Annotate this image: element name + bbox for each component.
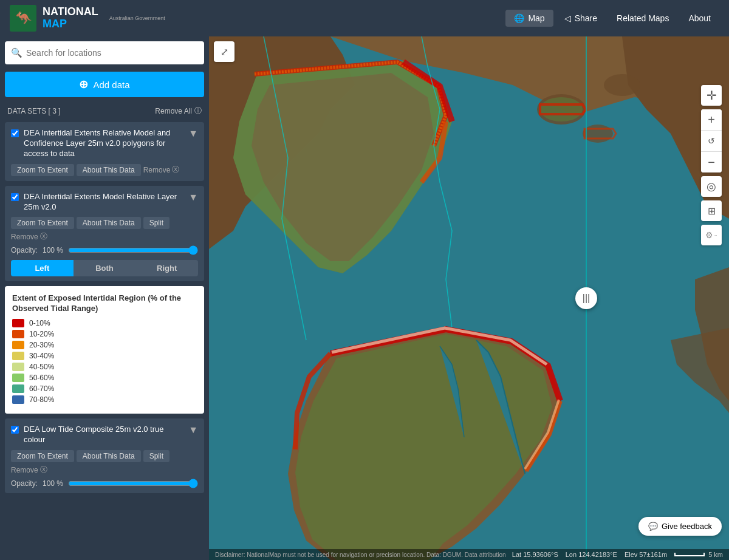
zoom-extent-btn-3[interactable]: Zoom To Extent [11,450,74,462]
split-handle[interactable]: ||| [575,287,597,309]
refresh-button[interactable]: ↺ [701,131,722,151]
dataset-title-3: DEA Low Tide Composite 25m v2.0 true col… [24,425,183,445]
layers-button[interactable]: ⊞ [701,200,722,221]
compass-button[interactable]: ✛ [701,85,722,106]
dataset-checkbox-2[interactable] [11,193,19,201]
map-area[interactable]: ⤢ ||| ✛ + ↺ − ◎ ⊞ ⚙︎··· 💬 Give feedba [209,36,729,560]
opacity-label-3: Opacity: [11,479,38,488]
legend-label-0: 0-10% [29,319,50,327]
disclaimer-text: Disclaimer: NationalMap must not be used… [215,551,506,558]
dataset-checkbox-1[interactable] [11,129,19,137]
related-maps-nav-button[interactable]: Related Maps [608,10,677,27]
search-icon: 🔍 [11,47,22,58]
opacity-row-2: Opacity: 100 % [11,245,198,255]
remove-btn-1[interactable]: Remove ⓧ [143,164,180,176]
app-header: 🦘 NATIONAL MAP Australian Government 🌐 M… [0,0,729,36]
dataset-expand-1[interactable]: ▼ [188,128,198,139]
about-data-btn-1[interactable]: About This Data [77,164,141,176]
logo-area: 🦘 NATIONAL MAP Australian Government [10,5,165,32]
add-data-button[interactable]: ⊕ Add data [5,72,204,97]
legend-item-5: 50-60% [12,374,197,382]
about-nav-button[interactable]: About [680,10,719,27]
header-nav: 🌐 Map ◁ Share Related Maps About [505,10,719,27]
zoom-in-button[interactable]: + [701,109,722,130]
dataset-actions-3: Zoom To Extent About This Data Split Rem… [11,450,198,475]
settings-button[interactable]: ⚙︎··· [701,225,722,245]
legend-item-2: 20-30% [12,341,197,349]
split-btn-2[interactable]: Split [143,217,169,229]
zoom-out-button[interactable]: − [701,152,722,172]
opacity-slider-3[interactable] [68,479,198,488]
legend-item-6: 60-70% [12,384,197,393]
opacity-label-2: Opacity: [11,246,38,254]
remove-icon-3: ⓧ [40,465,47,475]
legend-label-6: 60-70% [29,384,54,393]
zoom-extent-btn-2[interactable]: Zoom To Extent [11,217,74,229]
feedback-icon: 💬 [648,522,658,531]
about-data-btn-3[interactable]: About This Data [77,450,141,462]
share-nav-button[interactable]: ◁ Share [556,10,606,27]
legend-item-4: 40-50% [12,363,197,371]
dataset-expand-3[interactable]: ▼ [188,425,198,435]
legend-item-7: 70-80% [12,395,197,404]
opacity-slider-2[interactable] [68,245,198,255]
dataset-item-2: DEA Intertidal Extents Model Relative La… [5,186,204,282]
legend-label-3: 30-40% [29,352,54,360]
scale-label: 5 km [708,551,723,558]
share-icon: ◁ [564,13,571,23]
location-button[interactable]: ◎ [701,176,722,197]
zoom-extent-btn-1[interactable]: Zoom To Extent [11,164,74,176]
right-btn-2[interactable]: Right [135,260,198,276]
zoom-group: + ↺ − [701,109,722,172]
lbr-toggle-2: Left Both Right [11,260,198,276]
legend-color-6 [12,384,24,393]
legend-label-7: 70-80% [29,395,54,404]
scale-line [674,553,705,556]
sidebar: 🔍 ⊕ Add data DATA SETS [ 3 ] Remove All … [0,36,209,560]
remove-btn-3[interactable]: Remove ⓧ [11,465,47,475]
opacity-value-2: 100 % [43,246,63,254]
logo-text: NATIONAL MAP [43,6,98,30]
legend-color-5 [12,374,24,382]
map-nav-button[interactable]: 🌐 Map [505,10,553,27]
dataset-item-3: DEA Low Tide Composite 25m v2.0 true col… [5,418,204,493]
legend-label-4: 40-50% [29,363,54,371]
opacity-row-3: Opacity: 100 % [11,479,198,488]
dataset-title-row-1: DEA Intertidal Extents Relative Model an… [11,128,198,159]
remove-all-icon: ⓘ [194,106,202,116]
logo-national: NATIONAL [43,6,98,18]
search-bar: 🔍 [5,41,204,64]
split-btn-3[interactable]: Split [143,450,169,462]
left-btn-2[interactable]: Left [11,260,74,276]
logo-map: MAP [43,18,98,30]
search-input[interactable] [26,48,198,58]
logo-shield-icon: 🦘 [10,5,36,32]
legend-item-1: 10-20% [12,330,197,338]
dataset-title-1: DEA Intertidal Extents Relative Model an… [24,128,183,159]
dataset-title-row-2: DEA Intertidal Extents Model Relative La… [11,192,198,213]
plus-icon: ⊕ [79,78,88,91]
dataset-expand-2[interactable]: ▼ [188,192,198,203]
scale-bar: 5 km [674,551,723,558]
main-layout: 🔍 ⊕ Add data DATA SETS [ 3 ] Remove All … [0,36,729,560]
status-bar: Disclaimer: NationalMap must not be used… [209,549,729,560]
map-controls: ✛ + ↺ − ◎ ⊞ ⚙︎··· [701,85,722,245]
remove-all-button[interactable]: Remove All ⓘ [155,106,202,116]
fullscreen-button[interactable]: ⤢ [214,41,234,62]
dataset-title-row-3: DEA Low Tide Composite 25m v2.0 true col… [11,425,198,445]
split-handle-icon: ||| [583,293,590,304]
dataset-checkbox-3[interactable] [11,426,19,434]
legend-box: Extent of Exposed Intertidal Region (% o… [5,286,204,414]
lon-display: Lon 124.42183°E [566,551,617,558]
dataset-actions-1: Zoom To Extent About This Data Remove ⓧ [11,164,198,176]
feedback-button[interactable]: 💬 Give feedback [638,517,722,536]
remove-icon-1: ⓧ [172,165,179,175]
dataset-item-1: DEA Intertidal Extents Relative Model an… [5,122,204,181]
about-data-btn-2[interactable]: About This Data [77,217,141,229]
both-btn-2[interactable]: Both [74,260,136,276]
remove-btn-2[interactable]: Remove ⓧ [11,231,47,242]
legend-label-5: 50-60% [29,374,54,382]
lat-display: Lat 15.93606°S [512,551,558,558]
split-line[interactable]: ||| [586,36,587,560]
legend-color-3 [12,352,24,360]
